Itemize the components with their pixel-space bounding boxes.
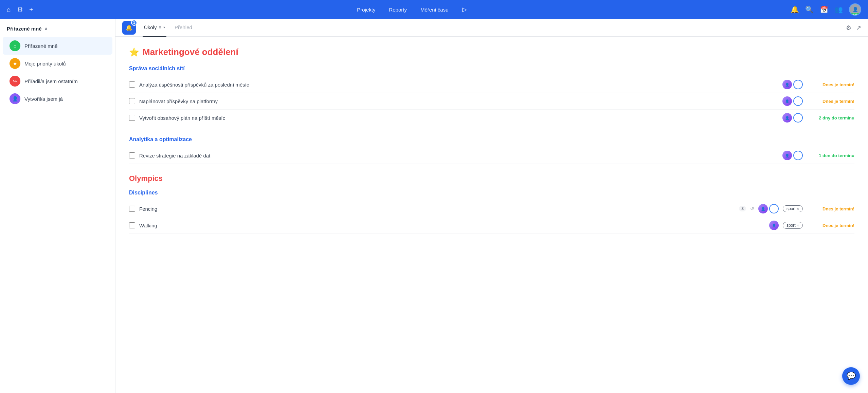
chevron-up-icon: ∧	[44, 26, 48, 31]
home-icon[interactable]: ⌂	[7, 6, 11, 14]
section-sprava-label: Správa sociálních sítí	[129, 66, 854, 72]
task-checkbox-3[interactable]	[129, 115, 135, 121]
sidebar-label-assigned: Přiřazené mně	[24, 43, 58, 49]
sidebar-icon-priority: ★	[10, 58, 20, 69]
task-checkbox-2[interactable]	[129, 98, 135, 104]
tab-ukoly-label: Úkoly	[144, 24, 157, 30]
user-avatar[interactable]: 👤 BUSINESS	[849, 3, 861, 16]
tab-ukoly-chevron: ▾	[163, 25, 165, 29]
task-text-4: Revize strategie na základě dat	[139, 153, 778, 158]
section-olympics: Olympics Disciplines Fencing 3 ↺ 👤	[129, 174, 854, 234]
sidebar-icon-created: 👤	[10, 93, 20, 104]
bell-icon[interactable]: 🔔	[791, 5, 799, 14]
task-checkbox-1[interactable]	[129, 81, 135, 88]
avatar-3: 👤	[782, 113, 792, 123]
task-deadline-2: Dnes je termín!	[807, 99, 854, 104]
task-text-2: Naplánovat příspěvky na platformy	[139, 98, 778, 104]
sidebar: Přiřazené mně ∧ ⌂ Přiřazené mně ★ Moje p…	[0, 19, 115, 393]
task-checkbox-4[interactable]	[129, 152, 135, 158]
avatar-fencing: 👤	[758, 204, 768, 213]
tabs-settings-icon[interactable]: ⚙	[846, 24, 851, 32]
avatar-walking: 👤	[769, 221, 779, 230]
tab-ukoly[interactable]: Úkoly ≡ ▾	[143, 19, 166, 37]
chat-bubble-button[interactable]: 💬	[842, 367, 860, 385]
task-text-1: Analýza úspěšnosti příspěvků za poslední…	[139, 82, 778, 88]
avatar-4: 👤	[782, 151, 792, 160]
badge-close-walking[interactable]: ×	[797, 223, 799, 227]
section-disciplines-label: Disciplines	[129, 190, 854, 196]
plus-icon[interactable]: +	[29, 6, 33, 14]
tabs-export-icon[interactable]: ↗	[856, 24, 861, 32]
avatar-outline-1[interactable]	[793, 80, 803, 89]
sidebar-item-priority[interactable]: ★ Moje priority úkolů	[3, 55, 112, 72]
badge-close-fencing[interactable]: ×	[797, 207, 799, 211]
sidebar-item-created[interactable]: 👤 Vytvořil/a jsem já	[3, 90, 112, 108]
nav-projekty[interactable]: Projekty	[357, 7, 375, 13]
project-name-olympics: Olympics	[129, 174, 163, 183]
group-sprava: Správa sociálních sítí Analýza úspěšnost…	[129, 66, 854, 126]
nav-mereni[interactable]: Měření času	[420, 7, 449, 13]
task-deadline-1: Dnes je termín!	[807, 82, 854, 87]
bell-filter-icon: 🔔	[126, 24, 132, 31]
task-deadline-3: 2 dny do termínu	[807, 115, 854, 120]
calendar-icon[interactable]: 📅	[820, 5, 828, 14]
project-name-marketing: Marketingové oddělení	[143, 47, 238, 57]
section-analytika-label: Analytika a optimalizace	[129, 136, 854, 143]
nav-reporty[interactable]: Reporty	[389, 7, 407, 13]
filter-badge: 1	[131, 20, 137, 26]
tabs-bar: 🔔 1 Úkoly ≡ ▾ Přehled ⚙ ↗	[115, 19, 868, 37]
avatar-outline-2[interactable]	[793, 96, 803, 106]
avatar-outline-4[interactable]	[793, 151, 803, 160]
task-checkbox-fencing[interactable]	[129, 206, 135, 212]
list-item: Walking 👤 sport × Dnes je termín!	[129, 217, 854, 234]
task-deadline-walking: Dnes je termín!	[807, 223, 854, 228]
tab-prehled[interactable]: Přehled	[173, 19, 194, 37]
sidebar-header-label: Přiřazené mně	[7, 26, 42, 32]
task-checkbox-walking[interactable]	[129, 222, 135, 228]
refresh-icon[interactable]: ↺	[750, 206, 754, 211]
content-area: ⭐ Marketingové oddělení Správa sociálníc…	[115, 37, 868, 393]
sidebar-label-created: Vytvořil/a jsem já	[24, 96, 63, 102]
sidebar-item-assigned-others[interactable]: ↪ Přiřadil/a jsem ostatním	[3, 72, 112, 90]
task-avatars-walking: 👤	[769, 221, 779, 230]
filter-bell-area: 🔔 1	[122, 21, 136, 35]
group-disciplines: Disciplines Fencing 3 ↺ 👤 sport	[129, 190, 854, 234]
task-badge-walking: sport ×	[783, 222, 803, 229]
task-badge-fencing: sport ×	[783, 205, 803, 212]
settings-icon[interactable]: ⚙	[17, 5, 23, 14]
task-deadline-4: 1 den do termínu	[807, 153, 854, 158]
main-layout: Přiřazené mně ∧ ⌂ Přiřazené mně ★ Moje p…	[0, 19, 868, 393]
task-text-fencing: Fencing	[139, 206, 735, 212]
avatar-outline-fencing[interactable]	[769, 204, 779, 213]
group-analytika: Analytika a optimalizace Revize strategi…	[129, 136, 854, 164]
search-icon[interactable]: 🔍	[805, 5, 814, 14]
table-row: Analýza úspěšnosti příspěvků za poslední…	[129, 76, 854, 93]
task-avatars-1: 👤	[782, 80, 803, 89]
sidebar-label-priority: Moje priority úkolů	[24, 61, 66, 67]
sidebar-label-assigned-others: Přiřadil/a jsem ostatním	[24, 78, 78, 84]
filter-bell-button[interactable]: 🔔 1	[122, 21, 136, 35]
sidebar-icon-assigned-others: ↪	[10, 76, 20, 87]
avatar-1: 👤	[782, 80, 792, 89]
list-item: Fencing 3 ↺ 👤 sport × Dnes je termín!	[129, 201, 854, 217]
nav-center: Projekty Reporty Měření času ▷	[33, 6, 791, 13]
sidebar-header[interactable]: Přiřazené mně ∧	[0, 26, 115, 37]
top-navigation: ⌂ ⚙ + Projekty Reporty Měření času ▷ 🔔 🔍…	[0, 0, 868, 19]
avatar-outline-3[interactable]	[793, 113, 803, 123]
task-avatars-4: 👤	[782, 151, 803, 160]
table-row: Naplánovat příspěvky na platformy 👤 Dnes…	[129, 93, 854, 110]
task-text-3: Vytvořit obsahový plán na příští měsíc	[139, 115, 778, 121]
badge-label-fencing: sport	[786, 206, 796, 211]
task-text-walking: Walking	[139, 223, 765, 228]
fencing-subtask-count: 3	[739, 206, 746, 211]
table-row: Revize strategie na základě dat 👤 1 den …	[129, 147, 854, 164]
task-deadline-fencing: Dnes je termín!	[807, 206, 854, 211]
project-title-olympics: Olympics	[129, 174, 854, 183]
sidebar-item-assigned[interactable]: ⌂ Přiřazené mně	[3, 37, 112, 55]
star-icon: ⭐	[129, 48, 139, 57]
project-title-marketing: ⭐ Marketingové oddělení	[129, 47, 854, 57]
play-icon[interactable]: ▷	[462, 6, 467, 13]
tabs-right: ⚙ ↗	[846, 24, 861, 32]
table-row: Vytvořit obsahový plán na příští měsíc 👤…	[129, 110, 854, 126]
users-icon[interactable]: 👥	[834, 5, 843, 14]
